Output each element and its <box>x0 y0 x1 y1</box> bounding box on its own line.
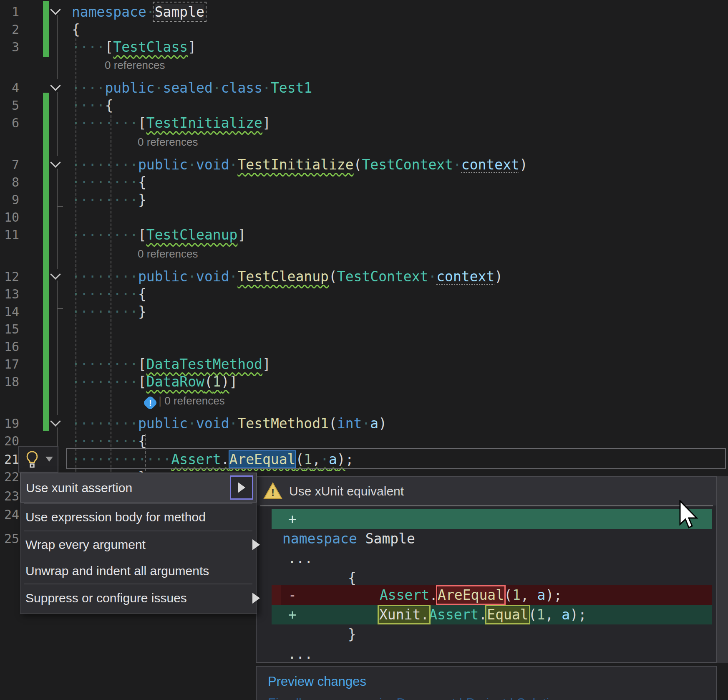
code-token: } <box>138 303 146 320</box>
line-number[interactable]: 19 <box>0 415 19 432</box>
line-number[interactable]: 16 <box>0 338 19 356</box>
codelens-references[interactable]: ! | 0 references <box>145 394 225 408</box>
code-token: DataRow <box>146 374 204 390</box>
code-token: TestCleanup <box>237 268 329 285</box>
line-number[interactable]: 7 <box>0 156 19 174</box>
code-token: Equal <box>487 606 528 623</box>
code-token: ········ <box>72 433 138 449</box>
code-line[interactable]: ········} <box>72 191 146 209</box>
line-number[interactable]: 18 <box>0 373 19 391</box>
line-number[interactable]: 1 <box>0 3 19 21</box>
diff-context-line: } <box>348 624 356 644</box>
line-number[interactable]: 21 <box>0 451 19 468</box>
preview-changes-link[interactable]: Preview changes <box>268 674 366 689</box>
code-line[interactable]: ········{ <box>72 174 146 191</box>
line-number[interactable]: 20 <box>0 432 19 450</box>
code-token: Sample <box>155 4 204 20</box>
line-number[interactable]: 9 <box>0 191 19 209</box>
code-token: Xunit <box>379 606 421 623</box>
line-number[interactable]: 3 <box>0 38 19 56</box>
code-token: ) <box>494 268 503 285</box>
menu-item[interactable]: Use expression body for method <box>20 504 257 531</box>
code-line[interactable]: ········[TestCleanup] <box>72 226 246 244</box>
menu-item[interactable]: Use xunit assertion <box>20 473 257 503</box>
menu-item[interactable]: Suppress or configure issues <box>20 584 257 612</box>
code-token: · <box>453 157 461 173</box>
code-line[interactable]: ····[TestClass] <box>72 38 196 56</box>
code-token: ···· <box>72 80 105 96</box>
menu-item[interactable]: Unwrap and indent all arguments <box>20 558 257 584</box>
code-token: . <box>429 587 438 603</box>
line-number[interactable]: 4 <box>0 79 19 97</box>
outline-guide <box>57 281 58 415</box>
quick-actions-lightbulb-button[interactable] <box>18 446 58 473</box>
added-symbol-box: Xunit. <box>379 606 429 623</box>
code-line[interactable]: ········public·void·TestMethod1(int·a) <box>72 415 387 432</box>
collapse-chevron-icon[interactable] <box>50 4 60 15</box>
code-line[interactable]: ········public·void·TestCleanup(TestCont… <box>72 268 503 286</box>
code-token: ] <box>262 356 271 372</box>
code-token: ········ <box>72 374 138 390</box>
collapse-chevron-icon[interactable] <box>50 269 60 279</box>
codelens-references[interactable]: 0 references <box>138 248 198 260</box>
line-number[interactable]: 8 <box>0 174 19 191</box>
code-token: ) <box>378 415 387 432</box>
diff-sign: + <box>288 605 297 624</box>
line-number[interactable]: 14 <box>0 303 19 321</box>
diff-context-line: ... <box>288 644 313 664</box>
collapse-chevron-icon[interactable] <box>50 80 60 91</box>
code-token: ) <box>221 374 229 390</box>
line-number[interactable]: 5 <box>0 97 19 114</box>
line-number[interactable]: 22 <box>0 468 19 486</box>
preview-scrollbar[interactable] <box>717 476 728 663</box>
menu-separator <box>24 531 252 531</box>
collapse-chevron-icon[interactable] <box>50 157 60 167</box>
line-number[interactable]: 24 <box>0 506 19 523</box>
code-line[interactable]: namespace·Sample <box>72 3 204 21</box>
codelens-divider: | <box>156 394 164 407</box>
line-number[interactable]: 25 <box>0 530 19 548</box>
code-line[interactable]: ····{ <box>72 97 113 114</box>
code-line[interactable]: ········[TestInitialize] <box>72 114 271 132</box>
line-number[interactable]: 12 <box>0 268 19 286</box>
code-token: void <box>196 157 229 173</box>
line-number[interactable]: 6 <box>0 114 19 132</box>
line-number[interactable]: 11 <box>0 226 19 244</box>
code-line[interactable]: ····public·sealed·class·Test1 <box>72 79 312 97</box>
code-token: 1 <box>537 606 545 623</box>
code-token: ( <box>504 587 512 603</box>
diff-context-line: ... <box>288 548 313 568</box>
code-token: class <box>221 80 262 96</box>
code-line[interactable]: ········[DataTestMethod] <box>72 356 271 373</box>
code-line[interactable]: { <box>72 21 80 38</box>
code-line[interactable]: ········{ <box>72 432 146 450</box>
codelens-references[interactable]: 0 references <box>138 136 198 148</box>
collapse-chevron-icon[interactable] <box>50 416 60 426</box>
code-token: ... <box>288 646 313 662</box>
diff-code: namespace Sample <box>282 531 415 547</box>
codelens-references[interactable]: 0 references <box>105 59 165 71</box>
code-token: ········ <box>72 192 138 208</box>
fix-all-occurrences-text[interactable]: Fix all occurrences in: Document | Proje… <box>268 696 564 700</box>
outline-guide-tick <box>57 206 63 207</box>
line-number[interactable]: 10 <box>0 209 19 226</box>
code-token: public <box>138 268 188 285</box>
code-line[interactable]: ········public·void·TestInitialize(TestC… <box>72 156 528 174</box>
submenu-arrow-button[interactable] <box>230 475 253 500</box>
diff-code: { <box>348 570 356 586</box>
code-token <box>357 531 365 547</box>
line-number[interactable]: 2 <box>0 21 19 38</box>
outline-guide <box>57 169 58 269</box>
code-token: [ <box>138 227 146 243</box>
line-number[interactable]: 13 <box>0 286 19 303</box>
diff-sign: + <box>288 509 297 529</box>
menu-item-label: Unwrap and indent all arguments <box>20 564 209 578</box>
code-line[interactable]: ········} <box>72 303 146 321</box>
line-number[interactable]: 15 <box>0 321 19 338</box>
code-line[interactable]: ········[DataRow(1)] <box>72 373 237 391</box>
line-number[interactable]: 23 <box>0 488 19 505</box>
code-token: context <box>461 157 519 173</box>
line-number[interactable]: 17 <box>0 356 19 373</box>
menu-item[interactable]: Wrap every argument <box>20 531 257 558</box>
code-line[interactable]: ········{ <box>72 286 146 303</box>
